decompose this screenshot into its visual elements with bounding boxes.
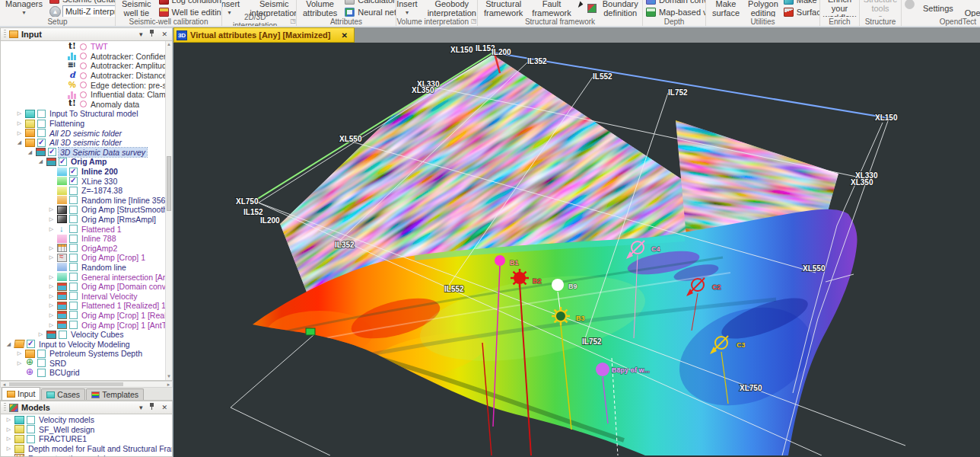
structural-framework-button[interactable]: Structural framework bbox=[481, 0, 526, 17]
seismic-default-button[interactable]: Seismic (default) bbox=[49, 0, 115, 5]
checkbox[interactable] bbox=[59, 331, 67, 339]
checkbox[interactable] bbox=[69, 206, 78, 214]
tree-row[interactable]: ▷SF_Well design bbox=[1, 425, 172, 435]
tree-row[interactable]: ▷Orig Amp [Domain converted: Depth] 1 [R bbox=[1, 282, 165, 292]
scene-3d[interactable]: XL150IL152IL200IL352IL552IL752XL150XL330… bbox=[173, 43, 980, 457]
tree-row[interactable]: Influential data: Clamped to P5, P95 bbox=[1, 90, 165, 100]
expander-collapsed-icon[interactable]: ▷ bbox=[16, 110, 23, 117]
expander-collapsed-icon[interactable]: ▷ bbox=[48, 245, 55, 251]
tree-row[interactable]: Edge detection: pre-smooth method, c bbox=[1, 80, 165, 90]
tree-row[interactable]: Anomaly data bbox=[1, 100, 165, 110]
structure-tools-button[interactable]: Structure tools▾ bbox=[861, 0, 901, 17]
polygon-editing-button[interactable]: Polygon editing bbox=[745, 0, 781, 17]
tree-row[interactable]: BCUgrid bbox=[1, 368, 165, 378]
checkbox[interactable] bbox=[37, 120, 46, 128]
scroll-down-icon[interactable]: ▼ bbox=[166, 373, 172, 380]
tree-row[interactable]: Autotracker: Amplitude bbox=[1, 61, 165, 71]
expander-collapsed-icon[interactable]: ▷ bbox=[16, 350, 23, 356]
tree-row[interactable]: ▷Velocity Cubes bbox=[1, 330, 165, 340]
settings-button[interactable]: Settings bbox=[921, 3, 956, 14]
neural-net-button[interactable]: Neural net bbox=[345, 6, 396, 17]
checkbox[interactable] bbox=[37, 359, 46, 367]
scroll-right-icon[interactable]: ▸ bbox=[165, 382, 172, 388]
tree-row[interactable]: ▷All 2D seismic folder bbox=[1, 128, 165, 138]
pin-icon[interactable] bbox=[147, 402, 157, 413]
tree-row[interactable]: ▷General intersection [Arbitrary polygon bbox=[1, 272, 165, 282]
checkbox[interactable] bbox=[37, 369, 46, 377]
expander-collapsed-icon[interactable]: ▷ bbox=[5, 427, 12, 433]
tree-row[interactable]: Autotracker: Confidence bbox=[1, 52, 165, 62]
fault-framework-button[interactable]: Fault framework bbox=[529, 0, 574, 17]
checkbox[interactable] bbox=[37, 350, 46, 358]
panel-menu-button[interactable]: ▾ bbox=[138, 30, 145, 39]
dock-tab-cases[interactable]: Cases bbox=[41, 388, 85, 400]
checkbox[interactable] bbox=[27, 425, 35, 433]
checkbox[interactable] bbox=[69, 187, 78, 195]
checkbox[interactable] bbox=[27, 416, 35, 424]
run-opendtect-button[interactable]: Run OpendTect bbox=[962, 0, 980, 17]
tree-row[interactable]: TWT bbox=[1, 42, 165, 52]
checkbox[interactable] bbox=[69, 254, 78, 262]
checkbox[interactable] bbox=[69, 235, 78, 243]
expander-collapsed-icon[interactable]: ▷ bbox=[48, 274, 55, 280]
scroll-up-icon[interactable]: ▲ bbox=[166, 41, 172, 48]
tree-row[interactable]: ▷Flattened 1 bbox=[1, 224, 165, 234]
checkbox[interactable] bbox=[69, 273, 78, 281]
tree-row[interactable]: XLine 330 bbox=[1, 176, 165, 186]
tree-row[interactable]: ▷Flattening bbox=[1, 119, 165, 129]
radio-button[interactable] bbox=[80, 53, 87, 59]
checkbox[interactable] bbox=[69, 244, 78, 252]
tree-row[interactable]: Random line bbox=[1, 263, 165, 273]
tree-row[interactable]: ▷Reconstruction models bbox=[1, 453, 172, 457]
checkbox[interactable] bbox=[69, 263, 78, 271]
dialog-launcher-icon[interactable]: ◳ bbox=[471, 18, 477, 24]
checkbox[interactable] bbox=[48, 148, 56, 156]
checkbox[interactable] bbox=[27, 435, 35, 443]
checkbox[interactable] bbox=[59, 158, 67, 166]
scrollbar-thumb[interactable] bbox=[167, 156, 171, 211]
tree-row[interactable]: Random line [Inline 356] bbox=[1, 196, 165, 206]
checkbox[interactable] bbox=[69, 302, 78, 310]
tree-row[interactable]: ▷Orig Amp [Crop] 1 [AntTrack] [Realized]… bbox=[1, 320, 165, 330]
expander-expanded-icon[interactable]: ◢ bbox=[16, 139, 23, 145]
pin-icon[interactable] bbox=[147, 29, 157, 40]
expander-collapsed-icon[interactable]: ▷ bbox=[5, 446, 12, 452]
expander-collapsed-icon[interactable]: ▷ bbox=[16, 120, 23, 126]
close-icon[interactable]: ✕ bbox=[160, 30, 169, 39]
expander-collapsed-icon[interactable]: ▷ bbox=[5, 417, 12, 423]
make-polygons-button[interactable]: Make polygons bbox=[784, 0, 819, 5]
checkbox[interactable] bbox=[69, 311, 78, 319]
expander-collapsed-icon[interactable]: ▷ bbox=[48, 216, 55, 222]
enrich-workflow-button[interactable]: Enrich your workflow bbox=[820, 0, 859, 17]
checkbox[interactable] bbox=[69, 292, 78, 300]
checkbox[interactable] bbox=[69, 283, 78, 291]
managers-button[interactable]: Managers▾ bbox=[3, 0, 45, 17]
checkbox[interactable] bbox=[69, 321, 78, 329]
expander-collapsed-icon[interactable]: ▷ bbox=[16, 130, 23, 136]
scrollbar-thumb[interactable] bbox=[9, 382, 123, 386]
radio-button[interactable] bbox=[80, 81, 87, 88]
panel-grip[interactable] bbox=[4, 30, 6, 39]
geobody-interpretation-button[interactable]: Geobody interpretation bbox=[425, 0, 477, 17]
models-panel-header[interactable]: Models ▾ ✕ bbox=[0, 401, 173, 414]
tree-row[interactable]: ▷Orig Amp [Crop] 1 [Realized] 1 bbox=[1, 311, 165, 321]
expander-collapsed-icon[interactable]: ▷ bbox=[16, 360, 23, 366]
tree-row[interactable]: ▷Orig Amp [StructSmooth] bbox=[1, 205, 165, 215]
radio-button[interactable] bbox=[80, 72, 87, 79]
expander-collapsed-icon[interactable]: ▷ bbox=[48, 206, 55, 213]
tree-row[interactable]: Inline 200 bbox=[1, 167, 165, 177]
expander-collapsed-icon[interactable]: ▷ bbox=[37, 331, 44, 337]
vertical-scrollbar[interactable]: ▲ ▼ bbox=[165, 41, 172, 380]
tree-row[interactable]: Autotracker: Distance bbox=[1, 71, 165, 81]
checkbox[interactable] bbox=[69, 177, 78, 185]
tree-row[interactable]: ▷Orig Amp [Crop] 1 bbox=[1, 253, 165, 263]
expander-collapsed-icon[interactable]: ▷ bbox=[5, 436, 12, 442]
tree-row[interactable]: ▷Orig Amp [RmsAmpl] bbox=[1, 215, 165, 225]
prev-horizon-button[interactable]: ▲ bbox=[49, 6, 61, 18]
radio-button[interactable] bbox=[80, 43, 87, 50]
tree-row[interactable]: ◢Input to Velocity Modeling bbox=[1, 339, 165, 349]
checkbox[interactable] bbox=[27, 340, 35, 348]
input-panel-header[interactable]: Input ▾ ✕ bbox=[0, 27, 173, 41]
close-icon[interactable]: ✕ bbox=[160, 403, 169, 412]
dock-tab-input[interactable]: Input bbox=[2, 387, 40, 400]
